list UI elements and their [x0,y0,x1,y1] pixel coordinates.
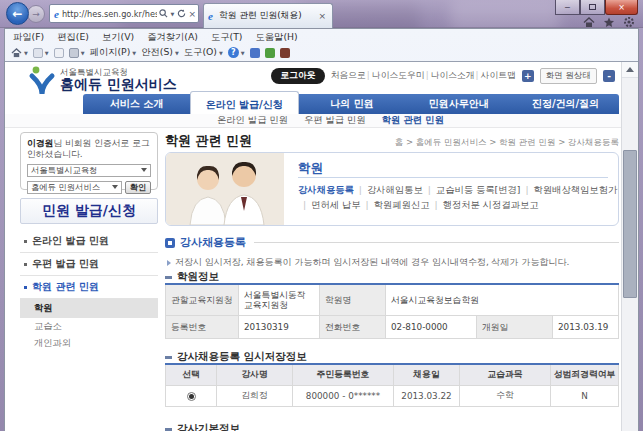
menu-edit[interactable]: 편집(E) [57,31,89,44]
sidebar-item-academy-minwon[interactable]: 학원 관련 민원 [20,276,158,299]
sidebar-item-postal-issue[interactable]: 우편 발급 민원 [20,253,158,276]
forward-button[interactable]: → [27,5,45,23]
zoom-in-button[interactable]: + [522,70,534,82]
menu-file[interactable]: 파일(F) [13,31,44,44]
vertical-scrollbar[interactable] [621,62,638,431]
field-value: 20130319 [239,316,319,338]
link-instructor-dismiss[interactable]: 강사해임통보 [354,184,423,197]
subnav-academy-minwon[interactable]: 학원 관련 민원 [382,114,444,127]
breadcrumb: 홈 > 홈에듀 민원서비스 > 학원 관련 민원 > 강사채용등록 [395,137,619,149]
academy-info-table: 관할교육지원청 서울특별시동작교육지원청 학원명 서울시교육청보습학원 등록번호… [165,285,619,339]
utility-link-home[interactable]: 처음으로 [331,70,366,82]
consultants-photo [166,153,284,225]
tab-close-icon[interactable]: × [316,11,328,21]
scrollbar-thumb[interactable] [623,150,637,298]
table-row-select[interactable] [166,386,216,406]
zoom-reset-button[interactable]: 화면 원상태 [540,68,597,84]
browser-tab[interactable]: e 학원 관련 민원(채용) × [203,3,333,28]
feeds-button[interactable]: ▼ [33,48,49,58]
org-select[interactable]: 서울특별시교육청 [27,164,151,177]
print-button[interactable]: ▼ [69,48,85,58]
sidebar-subitem-academy[interactable]: 학원 [20,299,158,318]
url-text[interactable]: http://hes.sen.go.kr/hes_jca_cr92 [62,9,157,19]
dash-bullet-icon [165,428,172,431]
link-license-tax[interactable]: 면허세 납부 [298,199,361,212]
address-bar[interactable]: e http://hes.sen.go.kr/hes_jca_cr92 ▼ × [49,4,199,23]
tab-title: 학원 관련 민원(채용) [219,10,314,22]
column-header: 성범죄경력여부 [551,365,618,385]
select-arrow-icon [112,185,118,189]
menu-bar: 파일(F) 편집(E) 보기(V) 즐겨찾기(A) 도구(T) 도움말(H) [5,29,638,45]
close-button[interactable]: × [605,0,638,15]
safety-menu-button[interactable]: 안전(S)▼ [141,46,179,59]
login-user-name: 이경원 [27,138,53,148]
row-radio-button[interactable] [187,392,196,401]
address-dropdown-icon[interactable]: ▼ [171,11,175,17]
select-arrow-icon [141,168,147,172]
home-page-button[interactable]: ▼ [11,48,28,58]
help-button[interactable]: ?▼ [228,47,245,58]
seoul-education-logo[interactable] [28,65,56,97]
browser-titlebar: ← → e http://hes.sen.go.kr/hes_jca_cr92 … [0,0,643,28]
field-value: 2013.03.19 [553,316,618,338]
scroll-up-button[interactable] [622,62,638,78]
nav-online-issue[interactable]: 온라인 발급/신청 [190,91,299,114]
link-liability-insurance[interactable]: 학원배상책임보험가입 [520,184,619,197]
menu-tools[interactable]: 도구(T) [211,31,243,44]
addon-icon-blue[interactable] [250,48,260,58]
subnav-postal-issue[interactable]: 우편 발급 민원 [304,114,366,127]
addon-icon-green[interactable] [265,48,275,58]
column-header: 선택 [166,365,216,385]
column-header: 교습과목 [460,365,550,385]
nav-minwon-guide[interactable]: 민원사무안내 [405,94,512,114]
utility-bar: 로그아웃 처음으로 나이스도우미 나이스소개 사이트맵 + 화면 원상태 - [271,68,615,84]
service-links-row1: 강사채용등록 강사해임통보 교습비등 등록[변경] 학원배상책임보험가입 [298,184,610,197]
nav-petition[interactable]: 진정/건의/질의 [512,94,619,114]
tab-favicon: e [208,10,213,22]
service-links-row2: 면허세 납부 학원폐원신고 행정처분 시정결과보고 [298,199,610,212]
nav-service-intro[interactable]: 서비스 소개 [83,94,190,114]
dash-bullet-icon [165,356,172,359]
refresh-icon[interactable] [176,9,186,19]
service-select[interactable]: 홈에듀 민원서비스 [27,181,122,194]
link-academy-closure[interactable]: 학원폐원신고 [361,199,430,212]
sidebar-item-online-issue[interactable]: 온라인 발급 민원 [20,230,158,253]
utility-link-sitemap[interactable]: 사이트맵 [481,70,516,82]
sidebar-subitem-private-tutoring[interactable]: 개인과외 [20,335,158,352]
menu-help[interactable]: 도움말(H) [256,31,298,44]
field-label: 관할교육지원청 [166,285,238,315]
nav-my-minwon[interactable]: 나의 민원 [299,94,406,114]
field-value: 서울시교육청보습학원 [386,285,618,315]
cell-sex-offense-flag: N [551,386,618,406]
page-content: 서울특별시교육청 홈에듀 민원서비스 로그아웃 처음으로 나이스도우미 나이스소… [5,62,621,431]
maximize-button[interactable] [580,0,605,15]
site-title[interactable]: 홈에듀 민원서비스 [60,76,177,94]
confirm-button[interactable]: 확인 [125,181,151,194]
subnav-online-issue[interactable]: 온라인 발급 민원 [217,114,288,127]
tools-menu-button[interactable]: 도구(O)▼ [184,46,223,59]
addon-icon-maroon[interactable] [280,48,290,58]
utility-link-neis-helper[interactable]: 나이스도우미 [372,70,425,82]
desktop: { "browser": { "url": "http://hes.sen.go… [0,0,643,431]
link-tuition-register[interactable]: 교습비등 등록[변경] [423,184,521,197]
field-label: 전화번호 [320,316,385,338]
back-button[interactable]: ← [6,2,29,25]
sidebar-subitem-gyoseupso[interactable]: 교습소 [20,318,158,335]
page-menu-button[interactable]: 페이지(P)▼ [90,46,137,59]
menu-view[interactable]: 보기(V) [102,31,134,44]
browser-window: ← → e http://hes.sen.go.kr/hes_jca_cr92 … [0,0,643,431]
stop-icon[interactable]: × [188,9,196,19]
divider [298,177,608,178]
login-info-box: 이경원님 비회원 인증서로 로그인하셨습니다. 서울특별시교육청 홈에듀 민원서… [20,132,158,190]
field-label: 학원명 [320,285,385,315]
link-admin-disposition[interactable]: 행정처분 시정결과보고 [430,199,539,212]
read-mail-button[interactable] [54,48,64,58]
menu-favorites[interactable]: 즐겨찾기(A) [147,31,198,44]
logout-button[interactable]: 로그아웃 [271,68,324,84]
search-icon[interactable] [159,9,169,19]
link-instructor-hire[interactable]: 강사채용등록 [298,184,354,197]
minimize-button[interactable]: ─ [555,0,580,15]
utility-link-neis-intro[interactable]: 나이스소개 [431,70,475,82]
command-bar: ▼ ▼ ▼ 페이지(P)▼ 안전(S)▼ 도구(O)▼ [5,45,638,60]
zoom-out-button[interactable]: - [603,70,615,82]
